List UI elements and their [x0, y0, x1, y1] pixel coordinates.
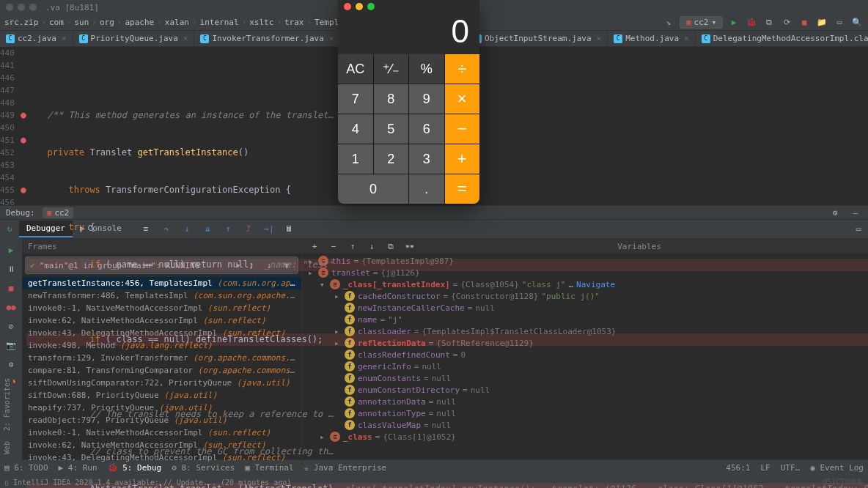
- calc-multiply[interactable]: ×: [445, 84, 480, 114]
- calc-3[interactable]: 3: [409, 144, 444, 174]
- breakpoint-icon[interactable]: ●: [21, 134, 26, 145]
- pause-icon[interactable]: ⏸: [4, 262, 18, 276]
- zoom-icon[interactable]: [367, 3, 375, 10]
- run-icon[interactable]: ▶: [727, 16, 740, 29]
- run-config-selector[interactable]: ▣ cc2 ▾: [680, 16, 723, 29]
- calc-5[interactable]: 5: [374, 114, 409, 144]
- calc-1[interactable]: 1: [338, 144, 373, 174]
- crumb[interactable]: xsltc: [249, 18, 284, 27]
- mute-bp-icon[interactable]: ⊘: [4, 319, 18, 333]
- crumb[interactable]: sun: [74, 18, 100, 27]
- calc-equals[interactable]: =: [445, 174, 480, 204]
- crumb[interactable]: com: [49, 18, 75, 27]
- settings-icon[interactable]: ⚙: [4, 358, 18, 371]
- close-icon[interactable]: ×: [183, 34, 188, 43]
- calc-minus[interactable]: −: [445, 114, 480, 144]
- calc-8[interactable]: 8: [374, 84, 409, 114]
- calc-percent[interactable]: %: [409, 54, 444, 84]
- calc-2[interactable]: 2: [374, 144, 409, 174]
- stop-icon[interactable]: ■: [4, 281, 18, 295]
- editor-tab[interactable]: CInvokerTransformer.java×: [194, 32, 340, 45]
- stop-icon[interactable]: ■: [798, 16, 811, 29]
- open-folder-icon[interactable]: 📁: [815, 16, 828, 29]
- run-config-label: cc2: [694, 18, 709, 27]
- crumb[interactable]: trax: [284, 18, 315, 27]
- calc-6[interactable]: 6: [409, 114, 444, 144]
- calc-0[interactable]: 0: [338, 174, 408, 204]
- calc-4[interactable]: 4: [338, 114, 373, 144]
- minimize-icon[interactable]: [356, 3, 363, 10]
- breakpoints-icon[interactable]: ●●: [4, 300, 18, 314]
- crumb[interactable]: xalan: [165, 18, 200, 27]
- profile-icon[interactable]: ⟳: [780, 16, 793, 29]
- rerun-icon[interactable]: ↻: [3, 223, 16, 236]
- resume-icon[interactable]: ▶: [4, 243, 18, 256]
- search-icon[interactable]: 🔍: [850, 16, 864, 29]
- build-icon[interactable]: ↘: [662, 16, 675, 29]
- calc-dot[interactable]: .: [409, 174, 444, 204]
- breakpoint-icon[interactable]: ●: [21, 109, 26, 120]
- close-icon[interactable]: ×: [684, 34, 689, 43]
- camera-icon[interactable]: 📷: [4, 339, 18, 352]
- calculator-window[interactable]: 0 AC ⁺⁄₋ % ÷ 7 8 9 × 4 5 6 − 1 2 3 + 0 .…: [338, 0, 479, 204]
- debug-icon[interactable]: 🐞: [745, 16, 758, 29]
- breakpoint-icon[interactable]: ●: [21, 184, 26, 195]
- crumb[interactable]: internal: [200, 18, 250, 27]
- editor-tab[interactable]: Ccc2.java×: [0, 32, 73, 45]
- calc-plus[interactable]: +: [445, 144, 480, 174]
- calc-divide[interactable]: ÷: [445, 54, 480, 84]
- editor-tab[interactable]: CMethod.java×: [608, 32, 695, 45]
- tool-favorites[interactable]: 2: Favorites: [3, 378, 11, 431]
- calc-display: 0: [338, 10, 479, 54]
- crumb[interactable]: org: [100, 18, 125, 27]
- breakpoint-gutter[interactable]: ● ● ●: [21, 47, 26, 205]
- line-gutter: 440 441 446 447 448 449 450 451 452 453 …: [0, 47, 21, 205]
- layout-icon[interactable]: ▭: [833, 16, 846, 29]
- close-icon[interactable]: [344, 3, 351, 10]
- min-dot[interactable]: [18, 4, 25, 11]
- coverage-icon[interactable]: ⧉: [762, 16, 776, 29]
- close-icon[interactable]: ×: [329, 34, 334, 43]
- traffic-lights: [6, 4, 37, 11]
- close-icon[interactable]: ×: [62, 34, 67, 43]
- tool-web[interactable]: Web: [3, 441, 11, 454]
- close-dot[interactable]: [6, 4, 13, 11]
- window-title: .va [8u181]: [45, 3, 99, 12]
- max-dot[interactable]: [29, 4, 37, 11]
- close-icon[interactable]: ×: [597, 34, 602, 43]
- calc-sign[interactable]: ⁺⁄₋: [374, 54, 409, 84]
- calc-titlebar[interactable]: [338, 0, 479, 10]
- editor-tab[interactable]: CObjectInputStream.java×: [467, 32, 608, 45]
- calc-7[interactable]: 7: [338, 84, 373, 114]
- editor-tab[interactable]: CDelegatingMethodAccessorImpl.class×: [696, 32, 868, 45]
- editor-tab[interactable]: CPriorityQueue.java×: [73, 32, 195, 45]
- calc-9[interactable]: 9: [409, 84, 444, 114]
- calc-ac[interactable]: AC: [338, 54, 373, 84]
- crumb[interactable]: src.zip: [4, 18, 49, 27]
- crumb[interactable]: apache: [125, 18, 164, 27]
